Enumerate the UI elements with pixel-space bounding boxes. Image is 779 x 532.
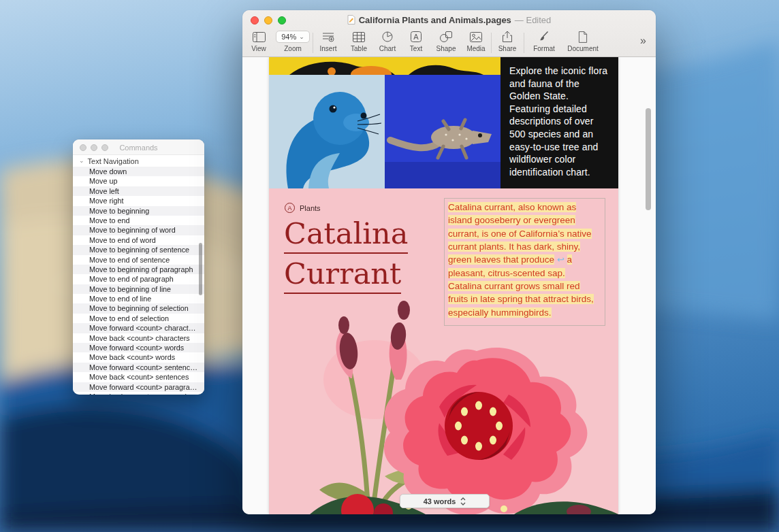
text-box-icon: A (411, 31, 422, 43)
close-button[interactable] (251, 16, 259, 24)
commands-panel: Commands ⌄ Text Navigation Move downMove… (73, 139, 204, 395)
commands-list-item[interactable]: Move to end of word (73, 235, 204, 245)
titlebar[interactable]: California Plants and Animals.pages — Ed… (242, 10, 656, 29)
hero-photos (269, 75, 500, 188)
line-break-icon: ↩ (557, 254, 565, 265)
insert-icon (322, 31, 334, 43)
commands-titlebar[interactable]: Commands (73, 139, 204, 155)
toolbar-separator (524, 33, 524, 53)
svg-text:A: A (413, 33, 419, 41)
media-photo-icon (470, 31, 482, 43)
shapes-icon (440, 31, 452, 43)
media-button[interactable]: Media (461, 31, 491, 52)
commands-list-item[interactable]: Move to beginning of selection (73, 303, 204, 313)
window-title-area: California Plants and Animals.pages — Ed… (297, 10, 601, 29)
chevron-down-icon: ⌄ (79, 158, 84, 164)
commands-list-item[interactable]: Move back <count> sentences (73, 372, 204, 382)
flower-illustration[interactable] (269, 298, 618, 514)
zoom-dropdown[interactable]: 94% ⌄ Zoom (276, 31, 309, 52)
heading-line-2: Currant (284, 257, 401, 294)
table-button[interactable]: Table (344, 31, 374, 52)
document-icon (347, 15, 355, 24)
commands-list-item[interactable]: Move down (73, 167, 204, 176)
text-button[interactable]: A Text (401, 31, 431, 52)
format-brush-icon (539, 31, 550, 43)
window-chrome: California Plants and Animals.pages — Ed… (242, 10, 656, 57)
commands-list-item[interactable]: Move forward <count> paragra… (73, 382, 204, 392)
section-badge: A (285, 203, 295, 213)
commands-list-item[interactable]: Move back <count> words (73, 352, 204, 362)
intro-text-panel[interactable]: Explore the iconic flora and fauna of th… (500, 57, 618, 188)
commands-list-item[interactable]: Move to end of selection (73, 314, 204, 323)
commands-list-item[interactable]: Move back <count> paragraphs (73, 392, 204, 395)
document-heading[interactable]: Catalina Currant (284, 217, 408, 297)
commands-list-item[interactable]: Move back <count> characters (73, 333, 204, 343)
commands-list-item[interactable]: Move to end of line (73, 294, 204, 303)
view-sidebar-icon (253, 31, 266, 43)
toolbar-separator (491, 33, 492, 53)
view-button[interactable]: View (244, 31, 274, 52)
zoom-value: 94% (281, 33, 296, 41)
word-count-control[interactable]: 43 words (400, 494, 490, 508)
section-label: Plants (300, 204, 321, 212)
format-button[interactable]: Format (529, 31, 559, 52)
zoom-value-chip[interactable]: 94% ⌄ (276, 31, 310, 43)
plants-section: A Plants Catalina Currant Catalina curra… (269, 188, 618, 514)
commands-scrollbar[interactable] (199, 243, 202, 295)
commands-list-item[interactable]: Move right (73, 196, 204, 205)
lizard-image[interactable] (385, 75, 500, 188)
commands-title: Commands (73, 139, 204, 155)
document-canvas: Explore the iconic flora and fauna of th… (242, 57, 656, 514)
more-toolbar-items-button[interactable]: » (640, 35, 646, 47)
commands-list-item[interactable]: Move to beginning (73, 206, 204, 216)
intro-text: Explore the iconic flora and fauna of th… (509, 65, 607, 178)
document-button[interactable]: Document (564, 31, 602, 52)
commands-list-item[interactable]: Move to end of paragraph (73, 274, 204, 284)
chart-button[interactable]: Chart (372, 31, 402, 52)
pie-chart-icon (382, 31, 393, 43)
chevron-down-icon: ⌄ (299, 34, 304, 40)
commands-list-item[interactable]: Move forward <count> charact… (73, 323, 204, 333)
shape-button[interactable]: Shape (431, 31, 461, 52)
document-page-icon (578, 31, 588, 43)
commands-list-item[interactable]: Move to beginning of sentence (73, 245, 204, 254)
window-edited-label: — Edited (515, 15, 551, 25)
document-scrollbar[interactable] (646, 108, 651, 210)
pages-window: California Plants and Animals.pages — Ed… (242, 10, 656, 514)
table-icon (353, 31, 365, 43)
share-icon (502, 31, 513, 43)
window-title: California Plants and Animals.pages (359, 15, 511, 25)
seal-image[interactable] (269, 75, 385, 188)
word-count-value: 43 words (424, 497, 456, 505)
commands-list-item[interactable]: Move left (73, 186, 204, 196)
commands-list-item[interactable]: Move to beginning of paragraph (73, 265, 204, 274)
commands-list: Move downMove upMove leftMove rightMove … (73, 167, 204, 395)
insert-button[interactable]: Insert (313, 31, 343, 52)
commands-list-item[interactable]: Move to beginning of line (73, 284, 204, 294)
section-badge-row: A Plants (285, 203, 321, 213)
share-button[interactable]: Share (492, 31, 522, 52)
document-page[interactable]: Explore the iconic flora and fauna of th… (269, 57, 618, 514)
heading-line-1: Catalina (284, 217, 408, 254)
hero-images-row: Explore the iconic flora and fauna of th… (269, 57, 618, 188)
bee-image[interactable] (269, 57, 500, 75)
commands-list-item[interactable]: Move forward <count> sentenc… (73, 363, 204, 372)
commands-list-item[interactable]: Move forward <count> words (73, 343, 204, 352)
hero-left-column (269, 57, 500, 188)
commands-section-label: Text Navigation (88, 157, 139, 165)
commands-section-header[interactable]: ⌄ Text Navigation (73, 155, 204, 167)
commands-list-item[interactable]: Move to end of sentence (73, 255, 204, 265)
toolbar: View 94% ⌄ Zoom Insert Table (242, 29, 656, 57)
commands-list-item[interactable]: Move to beginning of word (73, 225, 204, 235)
fullscreen-button[interactable] (278, 16, 286, 24)
commands-list-item[interactable]: Move up (73, 176, 204, 186)
stepper-chevrons-icon (460, 497, 466, 505)
minimize-button[interactable] (264, 16, 272, 24)
commands-list-item[interactable]: Move to end (73, 216, 204, 225)
